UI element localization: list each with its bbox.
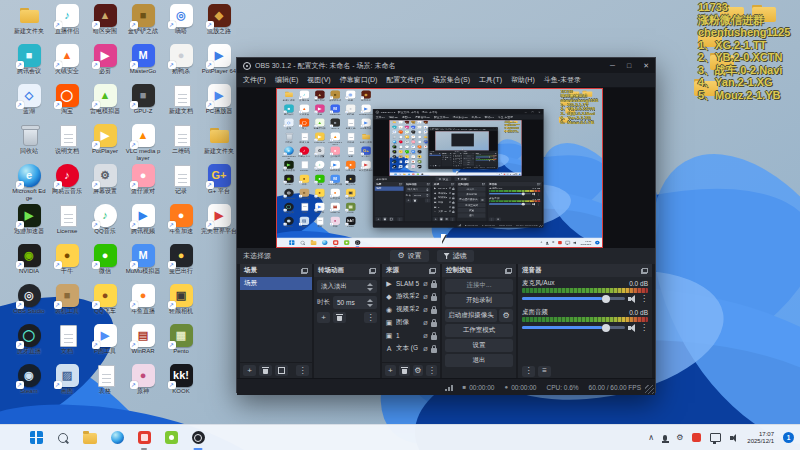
speaker-icon[interactable] [510, 174, 511, 175]
taskbar-clock[interactable]: 17:07 2025/12/1 [581, 240, 592, 245]
desktop-icon[interactable]: 新建文档 [162, 84, 200, 124]
lock-icon[interactable] [452, 188, 454, 190]
desktop-icon[interactable]: 新建文件夹 [200, 124, 238, 164]
studio-mode-button[interactable]: 工作室模式 [458, 203, 486, 208]
desktop-icon[interactable]: 说明文档 [297, 133, 312, 147]
stream-button[interactable]: 连接中... [458, 187, 486, 192]
menu-item[interactable]: 停靠窗口(D) [340, 75, 378, 85]
desktop-icon[interactable]: 说明文档 [48, 124, 86, 164]
desktop-icon[interactable]: ●↗原神 [124, 364, 162, 404]
desktop-icon[interactable]: 记录 [162, 164, 200, 204]
desktop-icon[interactable]: License [297, 161, 312, 175]
desktop-icon[interactable]: ◉↗Steam [281, 217, 296, 231]
mixer-menu-button[interactable]: ⋮ [522, 366, 535, 377]
settings-button[interactable]: 设置 [445, 339, 513, 352]
desktop-icon[interactable]: ◇↗蓝湖 [10, 84, 48, 124]
desktop-icon[interactable]: ♪↗直播伴侣 [48, 4, 86, 44]
maximize-button[interactable]: □ [493, 128, 494, 129]
popout-icon[interactable] [451, 183, 454, 185]
desktop-icon[interactable]: ◆↗流放之路 [358, 90, 373, 104]
scene-menu-button[interactable]: ⋮ [296, 365, 309, 376]
visibility-icon[interactable]: ø [449, 210, 451, 213]
file-explorer-button[interactable] [403, 173, 406, 175]
obs-titlebar[interactable]: OBS 30.1.2 - 配置文件: 未命名 - 场景: 未命名 ─ □ ✕ [237, 58, 655, 73]
search-button[interactable] [399, 173, 402, 175]
taskbar-clock[interactable]: 17:07 2025/12/1 [513, 173, 517, 175]
desktop-icon[interactable]: ▶↗PotPlayer [312, 133, 327, 147]
menu-item[interactable]: 停靠窗口(D) [415, 115, 430, 119]
visibility-icon[interactable]: ø [423, 332, 428, 340]
desktop-icon[interactable]: ■↗腾讯会议 [281, 104, 296, 118]
green-app-button[interactable] [163, 430, 179, 446]
lock-icon[interactable] [431, 335, 437, 340]
desktop-icon[interactable]: ▣↗轻颜相机 [162, 284, 200, 324]
menu-item[interactable]: 文件(F) [243, 75, 266, 85]
desktop-icon[interactable]: kk!↗KOOK [343, 217, 358, 231]
start-button[interactable] [28, 430, 44, 446]
obs-taskbar-button[interactable] [354, 240, 361, 246]
scene-menu-button[interactable]: ⋮ [397, 217, 402, 221]
desktop-icon[interactable]: ♪↗QQ音乐 [312, 161, 327, 175]
green-app-button[interactable] [416, 173, 419, 175]
remove-transition-button[interactable] [333, 312, 346, 323]
desktop-icon[interactable]: M↗MuMu模拟器 [124, 244, 162, 284]
lock-icon[interactable] [431, 296, 437, 301]
desktop-icon[interactable]: 新建文档 [343, 118, 358, 132]
desktop-icon[interactable]: ◯↗淘宝 [297, 118, 312, 132]
start-button[interactable] [288, 240, 295, 246]
remove-scene-button[interactable] [259, 365, 272, 376]
desktop-icon[interactable]: 文档 [297, 203, 312, 217]
desktop-icon[interactable]: ●↗千牛 [297, 175, 312, 189]
visibility-icon[interactable]: ø [423, 280, 428, 288]
desktop-icon[interactable]: 回收站 [10, 124, 48, 164]
desktop-icon[interactable]: kk!↗KOOK [162, 364, 200, 404]
maximize-button[interactable]: □ [532, 111, 534, 114]
add-source-button[interactable]: + [385, 365, 396, 376]
popout-icon[interactable] [482, 183, 485, 185]
speaker-icon[interactable] [493, 160, 494, 161]
desktop-icon[interactable]: 记录 [343, 147, 358, 161]
source-row[interactable]: ◉视频采2ø [382, 303, 440, 316]
menu-item[interactable]: 斗鱼-未登录 [498, 115, 513, 119]
desktop-icon[interactable]: ♪↗直播伴侣 [297, 90, 312, 104]
remove-scene-button[interactable] [382, 217, 387, 221]
tray-chevron-icon[interactable]: ∧ [497, 174, 498, 175]
visibility-icon[interactable]: ø [449, 196, 451, 199]
display-icon[interactable] [566, 241, 570, 244]
lock-icon[interactable] [431, 309, 437, 314]
scene-grid-button[interactable] [389, 217, 394, 221]
desktop-icon[interactable]: 回收站 [281, 133, 296, 147]
visibility-icon[interactable]: ø [423, 319, 428, 327]
desktop-icon[interactable]: ■↗腾讯会议 [10, 44, 48, 84]
desktop-icon[interactable]: ●↗曼巴出行 [343, 175, 358, 189]
tray-gear-icon[interactable]: ⚙ [676, 434, 683, 442]
close-button[interactable]: ✕ [496, 128, 497, 129]
visibility-icon[interactable]: ø [449, 205, 451, 208]
remove-transition-button[interactable] [444, 159, 446, 160]
desktop-icon[interactable]: ▲↗VLC media player [327, 133, 342, 147]
exit-button[interactable]: 退出 [445, 354, 513, 367]
desktop-icon[interactable]: ■↗GPU-Z [327, 118, 342, 132]
search-button[interactable] [55, 430, 71, 446]
kebab-icon[interactable]: ⋮ [537, 203, 540, 206]
popout-icon[interactable] [301, 268, 308, 274]
transitions-dock-header[interactable]: 转场动画 [314, 264, 380, 277]
menu-item[interactable]: 帮助(H) [511, 75, 535, 85]
desktop-icon[interactable]: ▶↗P图工具 [312, 203, 327, 217]
add-source-button[interactable]: + [433, 217, 437, 221]
virtualcam-button[interactable]: 启动虚拟摄像头 [445, 309, 497, 322]
desktop-icon[interactable]: ●↗微信 [86, 244, 124, 284]
visibility-icon[interactable]: ø [423, 306, 428, 314]
desktop-icon[interactable]: ●↗曼巴出行 [162, 244, 200, 284]
notification-badge[interactable]: 1 [783, 432, 794, 443]
menu-item[interactable]: 编辑(E) [275, 75, 298, 85]
exit-button[interactable]: 退出 [458, 213, 486, 218]
mixer-config-button[interactable]: ≡ [538, 366, 551, 377]
desktop-icon[interactable]: e↗Microsoft Edge [281, 147, 296, 161]
desktop-icon[interactable]: ⚙↗屏幕设置 [86, 164, 124, 204]
desktop-icon[interactable]: ◉↗Steam [10, 364, 48, 404]
microphone-icon[interactable] [546, 242, 548, 244]
transition-menu-button[interactable]: ⋮ [425, 199, 430, 203]
menu-item[interactable]: 视图(V) [402, 115, 411, 119]
source-row[interactable]: ◆游戏采2ø [382, 290, 440, 303]
